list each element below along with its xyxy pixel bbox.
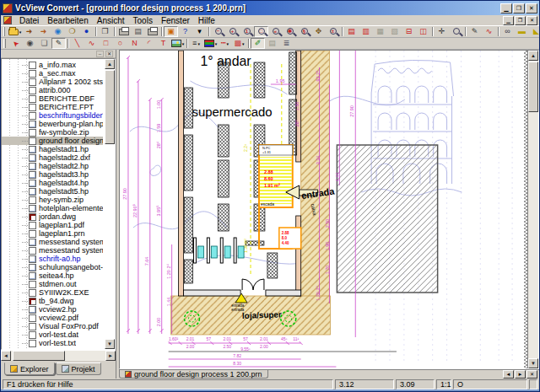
convert-hp-button[interactable]: ➜ bbox=[22, 26, 36, 37]
tab-explorer[interactable]: Explorer bbox=[4, 362, 55, 375]
scrollbar-thumb[interactable] bbox=[13, 351, 65, 361]
split-vertical-button[interactable]: ◫ bbox=[416, 26, 430, 37]
edit-mode-button[interactable]: ✎ bbox=[51, 38, 66, 49]
more-tools-button[interactable]: ▾ bbox=[192, 26, 207, 37]
menu-item[interactable]: Datei bbox=[15, 15, 43, 26]
file-item[interactable]: beschriftungsbilderV17 bbox=[2, 111, 103, 120]
file-item[interactable]: a_info.max bbox=[2, 61, 103, 69]
file-item[interactable]: BERICHTE.DBF bbox=[2, 94, 103, 103]
brush-button[interactable]: ✐ bbox=[251, 38, 265, 49]
arc-tool[interactable]: ◜ bbox=[142, 38, 156, 49]
file-item[interactable]: hagelstadt5.hp bbox=[2, 187, 103, 196]
scroll-down-button[interactable]: ▼ bbox=[528, 358, 538, 368]
file-item[interactable]: jordan.dwg bbox=[2, 212, 103, 221]
scroll-up-button[interactable]: ▲ bbox=[105, 59, 115, 69]
file-item[interactable]: schrift-a0.hp bbox=[2, 255, 103, 263]
file-item[interactable]: a_sec.max bbox=[2, 69, 103, 78]
zoom-previous-button[interactable]: « bbox=[268, 26, 283, 37]
info-button[interactable]: ● bbox=[79, 26, 94, 37]
redline-button[interactable]: ∿ bbox=[482, 26, 496, 37]
file-item[interactable]: vcview2.pdf bbox=[2, 314, 103, 322]
pan-hand-button[interactable]: ✥ bbox=[311, 26, 326, 37]
zoom-extents-button[interactable]: ✱ bbox=[283, 26, 297, 37]
file-item[interactable]: messestand systems.p bbox=[2, 246, 103, 255]
file-item[interactable]: hagelstadt2.hp bbox=[2, 162, 103, 170]
drawing-viewport[interactable]: 1.38 m² 2.2⁴ N.PC +1.31 2.88 8.60 1.91 m… bbox=[119, 50, 539, 369]
restore-button[interactable]: ❐ bbox=[513, 3, 525, 13]
open-button[interactable]: ▾ bbox=[8, 26, 22, 37]
mdi-close-button[interactable]: ✕ bbox=[526, 16, 537, 25]
image-tool[interactable]: ▾ bbox=[170, 38, 185, 49]
close-button[interactable]: ✕ bbox=[526, 3, 537, 13]
color-dropdown[interactable]: ▾ bbox=[203, 38, 218, 49]
zoom-out-button[interactable]: − bbox=[211, 26, 225, 37]
print-button[interactable] bbox=[116, 26, 131, 37]
menu-item[interactable]: Fenster bbox=[157, 15, 194, 26]
file-item[interactable]: hagelstadt3.hp bbox=[2, 170, 103, 179]
rectangle-tool[interactable]: □ bbox=[99, 38, 113, 49]
line-style-dropdown[interactable]: ┅▾ bbox=[218, 38, 232, 49]
select-button[interactable]: ➤ bbox=[8, 38, 23, 49]
scrollbar-thumb[interactable] bbox=[105, 70, 115, 144]
file-item[interactable]: vorl-test.txt bbox=[2, 339, 103, 347]
file-item[interactable]: hagelstadt2.dxf bbox=[2, 153, 103, 162]
file-item[interactable]: SYIIIW2K.EXE bbox=[2, 288, 103, 297]
file-item[interactable]: lageplan1.pdf bbox=[2, 221, 103, 229]
scroll-left-button[interactable]: ◄ bbox=[1, 351, 11, 361]
circle-tool[interactable]: ○ bbox=[113, 38, 127, 49]
tab-next-button[interactable]: ► bbox=[515, 370, 526, 379]
drawing-canvas[interactable]: 1.38 m² 2.2⁴ N.PC +1.31 2.88 8.60 1.91 m… bbox=[120, 51, 524, 369]
file-item[interactable]: attrib.000 bbox=[2, 86, 103, 94]
tab-projekt[interactable]: Projekt bbox=[56, 362, 101, 375]
sidebar-collapse-button[interactable]: – bbox=[96, 51, 104, 57]
tab-close-button[interactable]: ✕ bbox=[526, 370, 537, 379]
zoom-dynamic-button[interactable]: ± bbox=[326, 26, 340, 37]
properties-window-button[interactable]: ❏ bbox=[37, 38, 51, 49]
print-setup-button[interactable] bbox=[145, 26, 159, 37]
mdi-minimize-button[interactable]: ▁ bbox=[503, 16, 514, 25]
copy-button[interactable]: ❐ bbox=[98, 26, 112, 37]
pan-cross-button[interactable]: ✛ bbox=[435, 26, 449, 37]
camera-button[interactable]: ◉ bbox=[23, 38, 37, 49]
layer-stack-button[interactable]: ≣ bbox=[279, 38, 294, 49]
sidebar-close-button[interactable]: ✕ bbox=[105, 51, 113, 57]
polyline-tool[interactable]: N bbox=[127, 38, 142, 49]
scroll-down-button[interactable]: ▼ bbox=[105, 339, 115, 349]
menu-item[interactable]: Ansicht bbox=[93, 15, 129, 26]
redline-edit-button[interactable]: ✎ bbox=[467, 26, 482, 37]
zoom-in-button[interactable]: + bbox=[225, 26, 240, 37]
file-item[interactable]: stdmen.out bbox=[2, 280, 103, 288]
minimize-button[interactable]: ▁ bbox=[500, 3, 512, 13]
help-button[interactable]: ? bbox=[178, 26, 192, 37]
hatch-dropdown[interactable]: ▩▾ bbox=[232, 38, 246, 49]
zoom-window-button[interactable]: □ bbox=[254, 26, 268, 37]
view-glasses-button[interactable]: ∞ bbox=[500, 26, 515, 37]
file-item[interactable]: messestand systems.p bbox=[2, 238, 103, 246]
file-item[interactable]: hotelplan-elemente2.jp bbox=[2, 204, 103, 212]
file-item[interactable]: BERICHTE.FPT bbox=[2, 103, 103, 111]
web-button[interactable]: ◉ bbox=[51, 26, 65, 37]
toolbar-grip[interactable] bbox=[3, 27, 5, 36]
mdi-restore-button[interactable]: ❐ bbox=[515, 16, 526, 25]
document-tab[interactable]: ground floor design process 1 200.prn bbox=[119, 370, 268, 379]
file-item[interactable]: vcview2.hp bbox=[2, 305, 103, 314]
text-tool[interactable]: T bbox=[156, 38, 170, 49]
file-item[interactable]: schulungsangebot-R.jp bbox=[2, 263, 103, 271]
overlay-pages-button[interactable]: ▤ bbox=[344, 26, 359, 37]
zoom-selected-button[interactable]: § bbox=[297, 26, 311, 37]
file-item[interactable]: seitea4.hp bbox=[2, 271, 103, 280]
batch-convert-button[interactable]: ➜ bbox=[36, 26, 51, 37]
display-settings-button[interactable]: ▣ bbox=[164, 26, 178, 37]
toolbar-grip[interactable] bbox=[3, 39, 6, 48]
scrollbar-thumb[interactable] bbox=[528, 62, 538, 112]
menu-item[interactable]: Tools bbox=[129, 15, 157, 26]
file-item[interactable]: Visual FoxPro.pdf bbox=[2, 322, 103, 330]
line-tool[interactable]: ╲ bbox=[70, 38, 84, 49]
print-preview-button[interactable]: ▤ bbox=[131, 26, 145, 37]
file-item[interactable]: tb_94.dwg bbox=[2, 297, 103, 305]
tab-prev-button[interactable]: ◄ bbox=[503, 370, 514, 379]
zoom-actual-button[interactable]: 1 bbox=[240, 26, 254, 37]
menu-item[interactable]: Bearbeiten bbox=[43, 15, 92, 26]
line-width-dropdown[interactable]: ≡▾ bbox=[189, 38, 203, 49]
scroll-right-button[interactable]: ► bbox=[105, 351, 116, 361]
